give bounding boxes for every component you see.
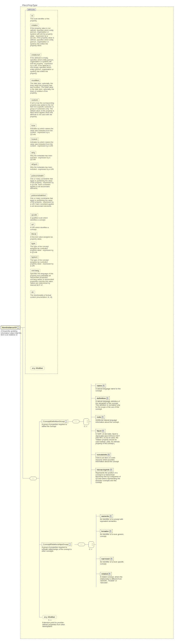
connector [89,421,91,422]
attribute-desc: If the property value is not defined, sp… [30,27,54,47]
connector [91,431,96,431]
attribute-item: howIndicates by which means the value wa… [30,124,54,135]
any-element: any ##other [42,615,57,619]
connector [96,516,100,516]
element-note[interactable]: note+ [96,415,105,419]
attribute-item: dirThe directionality of textual content… [30,291,54,298]
element-desc: A related concept, where the relationshi… [100,576,125,584]
element-desc: A link to an item or a web resource whic… [96,457,121,463]
any-elem-desc: Extension point for provider-defined pro… [42,622,70,627]
attribute-name[interactable]: typeuri [30,255,39,259]
expand-icon[interactable]: + [108,573,110,575]
sequence-rel[interactable]: ··· [78,543,85,546]
occurrence: 0..∞ [89,548,92,550]
group-label: ConceptRelationshipsGroup [43,543,68,545]
attribute-name[interactable]: pubconstraint [30,174,45,177]
attribute-name[interactable]: modified [30,79,40,82]
attribute-name[interactable]: pubconstrainturi [30,194,47,197]
expand-icon[interactable]: + [110,558,112,560]
connector [74,544,78,545]
element-desc: A natural language name for the concept. [96,388,121,392]
attribute-desc: Specifies the language of this property … [30,273,54,286]
element-name[interactable]: name+ [96,384,106,388]
attribute-name[interactable]: creatoruri [30,53,41,56]
expand-icon[interactable]: + [110,469,112,471]
attribute-item: whyuriWhy the metadata has been included… [30,163,54,170]
occurrence: 0..∞ [48,619,52,621]
connector [79,421,83,422]
expand-icon[interactable]: + [110,515,112,517]
connector [39,421,42,422]
element-remoteinfo[interactable]: remoteInfo+ [96,453,111,457]
attribute-desc: Indicates by which means the value was e… [30,128,54,135]
collapse-icon[interactable]: - [17,327,19,329]
sequence-def[interactable]: ··· [72,420,79,423]
expand-icon[interactable]: + [102,430,104,432]
element-related[interactable]: related+ [100,572,112,576]
attribute-name[interactable]: why [30,151,36,154]
element-desc: An identifier of a more generic concept. [100,533,125,537]
attribute-item: creatoruriIf the attribute is empty, spe… [30,53,54,74]
attribute-desc: Why the metadata has been included - exp… [30,166,54,170]
attribute-item: xml:langSpecifies the language of this p… [30,269,54,286]
root-element[interactable]: itemInstanceOf- [1,326,20,329]
element-sameas[interactable]: sameAs+ [100,514,113,518]
attribute-item: whyWhy the metadata has been included - … [30,151,54,161]
element-desc: Additional natural language information … [96,419,121,423]
occurrence: 0..∞ [84,425,87,427]
any-attr-label: ##other [36,367,43,369]
choice-def[interactable] [83,418,89,425]
attribute-desc: The type of the concept assigned as cont… [30,259,54,267]
collapse-icon[interactable]: - [69,543,71,545]
attribute-name[interactable]: how [30,124,36,127]
sequence-main[interactable]: ··· [30,477,37,480]
attribute-name[interactable]: id [30,14,34,17]
attribute-name[interactable]: uri [30,223,35,226]
expand-icon[interactable]: + [106,397,108,399]
connector [96,514,96,587]
element-facet[interactable]: facet+ [96,429,105,433]
element-hierarchyinfo[interactable]: hierarchyInfo+ [96,468,113,472]
connector [91,417,96,417]
group-label: ConceptDefinitionGroup [43,420,64,422]
attribute-name[interactable]: qcode [30,213,38,217]
attribute-desc: A qualified code which identifies a conc… [30,217,54,221]
attribute-name[interactable]: type [30,242,36,245]
element-narrower[interactable]: narrower+ [100,557,114,561]
attribute-item: pubconstraintOne or many constraints tha… [30,174,54,189]
attribute-item: literalA free-text value assigned as pro… [30,232,54,240]
connector [85,544,89,545]
attribute-item: modifiedThe date (and, optionally, the t… [30,79,54,94]
collapse-icon[interactable]: - [65,420,67,422]
attribute-item: idThe local identifier of the property. [30,14,54,22]
attribute-desc: The directionality of textual content (e… [30,294,54,298]
connector [96,574,100,574]
expand-icon[interactable]: + [108,454,110,456]
attribute-desc: If set to true the corresponding propert… [30,102,54,118]
expand-icon[interactable]: + [102,416,104,418]
root-element-desc: A frequently updating information object… [1,330,22,336]
attribute-desc: A URI which identifies a concept. [30,227,54,230]
attribute-name[interactable]: literal [30,232,37,236]
attribute-name[interactable]: whyuri [30,163,38,166]
choice-rel[interactable] [89,541,94,548]
type-name: Flex1PropType [22,4,37,7]
attribute-desc: If the attribute is empty, specifies whi… [30,57,54,74]
attributes-label: attributes [27,9,36,11]
connector [94,544,96,545]
attribute-name[interactable]: dir [30,291,35,294]
connector [68,421,72,422]
attribute-name[interactable]: xml:lang [30,269,40,272]
attribute-item: howuriIndicates by which means the value… [30,137,54,147]
concept-definition-group[interactable]: ConceptDefinitionGroup- [42,419,68,423]
attribute-name[interactable]: howuri [30,137,39,141]
attribute-name[interactable]: custom [30,98,39,102]
connector [91,470,96,470]
expand-icon[interactable]: + [109,530,111,532]
expand-icon[interactable]: + [103,385,105,387]
element-broader[interactable]: broader+ [100,529,113,533]
element-desc: In NAR 1.8 and later, facet is deprecate… [96,433,121,445]
element-definition[interactable]: definition+ [96,396,110,400]
concept-relationships-group[interactable]: ConceptRelationshipsGroup- [42,542,72,546]
attribute-name[interactable]: creator [30,24,39,27]
